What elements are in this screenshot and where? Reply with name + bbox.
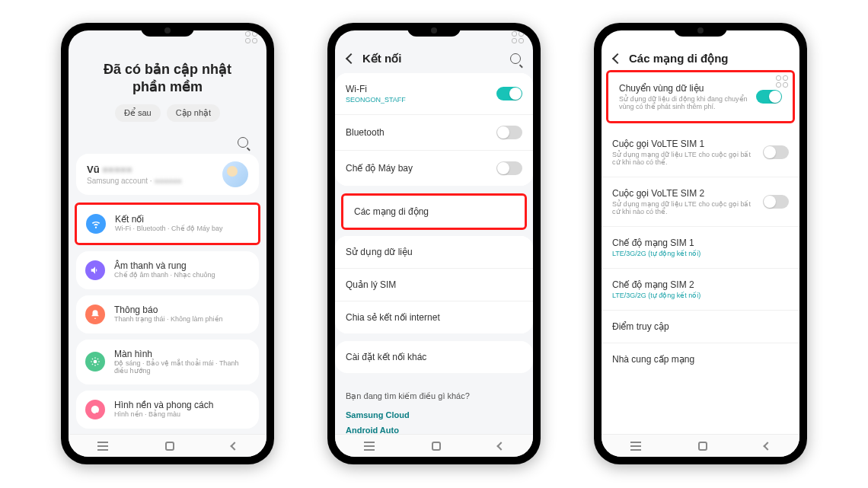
header: Kết nối: [335, 44, 533, 70]
nav-home-button[interactable]: [432, 442, 441, 451]
account-sub: Samsung account · ■■■■■■: [87, 177, 182, 185]
phone-frame-3: Các mạng di động Chuyển vùng dữ liệu Sử …: [594, 23, 807, 464]
row-data-roaming[interactable]: Chuyển vùng dữ liệu Sử dụng dữ liệu di đ…: [608, 72, 793, 121]
row-bluetooth[interactable]: Bluetooth: [335, 115, 533, 151]
highlight-box: Kết nối Wi-Fi · Bluetooth · Chế độ Máy b…: [75, 203, 260, 245]
highlight-box: Các mạng di động: [341, 193, 527, 230]
row-sound[interactable]: Âm thanh và rung Chế độ âm thanh · Nhạc …: [76, 251, 259, 289]
search-icon[interactable]: [510, 53, 521, 64]
bluetooth-toggle[interactable]: [496, 126, 522, 139]
suggestion-prompt: Bạn đang tìm kiếm điều gì khác?: [346, 391, 522, 401]
nav-recent-button[interactable]: [97, 445, 108, 447]
bell-icon: [85, 305, 105, 324]
volte2-toggle[interactable]: [763, 195, 789, 209]
update-button[interactable]: Cập nhật: [167, 104, 220, 122]
row-sim-manager[interactable]: Quản lý SIM: [335, 269, 533, 301]
content-area: Wi-Fi SEONGON_STAFF Bluetooth Chế độ Máy…: [335, 70, 533, 434]
notch: [141, 24, 194, 37]
header-title: Kết nối: [362, 52, 401, 65]
update-actions: Để sau Cập nhật: [76, 104, 259, 122]
nav-bar: [69, 434, 266, 457]
row-airplane[interactable]: Chế độ Máy bay: [335, 151, 533, 186]
nav-bar: [602, 434, 799, 457]
notch: [407, 24, 461, 37]
screen-connections: Kết nối Wi-Fi SEONGON_STAFF Bluetooth: [335, 30, 533, 457]
screen-settings-home: Đã có bản cập nhật phần mềm Để sau Cập n…: [69, 30, 266, 457]
row-more-connection[interactable]: Cài đặt kết nối khác: [335, 341, 533, 373]
notch: [674, 24, 727, 37]
row-apn[interactable]: Điểm truy cập: [602, 311, 799, 343]
later-button[interactable]: Để sau: [115, 104, 161, 122]
row-display[interactable]: Màn hình Độ sáng · Bảo vệ mắt thoải mái …: [76, 340, 259, 384]
row-volte-sim1[interactable]: Cuộc gọi VoLTE SIM 1 Sử dụng mạng dữ liệ…: [602, 128, 799, 177]
header: Các mạng di động: [602, 44, 799, 70]
nav-back-button[interactable]: [231, 442, 239, 450]
nav-home-button[interactable]: [165, 442, 174, 451]
account-name: Vũ ■■■■■: [87, 164, 182, 175]
svg-point-0: [94, 360, 97, 364]
content-area: Chuyển vùng dữ liệu Sử dụng dữ liệu di đ…: [602, 70, 799, 434]
phone-frame-1: Đã có bản cập nhật phần mềm Để sau Cập n…: [61, 23, 274, 464]
nav-back-button[interactable]: [764, 442, 772, 450]
link-android-auto[interactable]: Android Auto: [346, 423, 522, 434]
grid-icon: [245, 31, 257, 43]
row-network-mode-sim1[interactable]: Chế độ mạng SIM 1 LTE/3G/2G (tự động kết…: [602, 227, 799, 269]
grid-icon: [512, 31, 524, 43]
row-connections[interactable]: Kết nối Wi-Fi · Bluetooth · Chế độ Máy b…: [77, 205, 258, 243]
wifi-icon: [86, 214, 106, 234]
header-title: Các mạng di động: [629, 52, 729, 65]
page-title: Đã có bản cập nhật phần mềm: [76, 44, 259, 104]
row-wifi[interactable]: Wi-Fi SEONGON_STAFF: [335, 73, 533, 115]
nav-home-button[interactable]: [698, 442, 707, 451]
search-icon[interactable]: [238, 137, 248, 148]
screen-mobile-networks: Các mạng di động Chuyển vùng dữ liệu Sử …: [602, 30, 799, 457]
row-mobile-networks[interactable]: Các mạng di động: [343, 196, 525, 228]
wifi-toggle[interactable]: [496, 87, 522, 100]
nav-recent-button[interactable]: [364, 445, 375, 447]
nav-recent-button[interactable]: [630, 445, 641, 447]
sound-icon: [85, 260, 105, 280]
phone-frame-2: Kết nối Wi-Fi SEONGON_STAFF Bluetooth: [327, 23, 541, 464]
avatar: [222, 161, 248, 187]
back-icon[interactable]: [346, 53, 356, 64]
row-sub: Wi-Fi · Bluetooth · Chế độ Máy bay: [115, 225, 223, 233]
roaming-toggle[interactable]: [756, 90, 782, 104]
nav-back-button[interactable]: [497, 442, 506, 450]
row-network-mode-sim2[interactable]: Chế độ mạng SIM 2 LTE/3G/2G (tự động kết…: [602, 269, 799, 311]
content-area: Đã có bản cập nhật phần mềm Để sau Cập n…: [69, 44, 266, 434]
row-title: Kết nối: [115, 214, 223, 225]
row-notifications[interactable]: Thông báo Thanh trạng thái · Không làm p…: [76, 295, 259, 333]
highlight-box: Chuyển vùng dữ liệu Sử dụng dữ liệu di đ…: [606, 70, 795, 123]
row-network-operators[interactable]: Nhà cung cấp mạng: [602, 343, 799, 375]
link-samsung-cloud[interactable]: Samsung Cloud: [346, 407, 522, 423]
account-card[interactable]: Vũ ■■■■■ Samsung account · ■■■■■■: [76, 154, 259, 195]
airplane-toggle[interactable]: [496, 161, 522, 175]
nav-bar: [335, 434, 533, 457]
sun-icon: [85, 352, 105, 372]
palette-icon: [85, 400, 105, 419]
volte1-toggle[interactable]: [763, 145, 789, 159]
suggestions-block: Bạn đang tìm kiếm điều gì khác? Samsung …: [335, 381, 533, 434]
row-data-usage[interactable]: Sử dụng dữ liệu: [335, 236, 533, 269]
grid-icon: [776, 75, 788, 88]
search-row: [76, 128, 259, 154]
row-wallpaper[interactable]: Hình nền và phong cách Hình nền · Bảng m…: [76, 391, 259, 429]
row-hotspot[interactable]: Chia sẻ kết nối internet: [335, 301, 533, 333]
row-volte-sim2[interactable]: Cuộc gọi VoLTE SIM 2 Sử dụng mạng dữ liệ…: [602, 177, 799, 227]
back-icon[interactable]: [612, 53, 623, 64]
